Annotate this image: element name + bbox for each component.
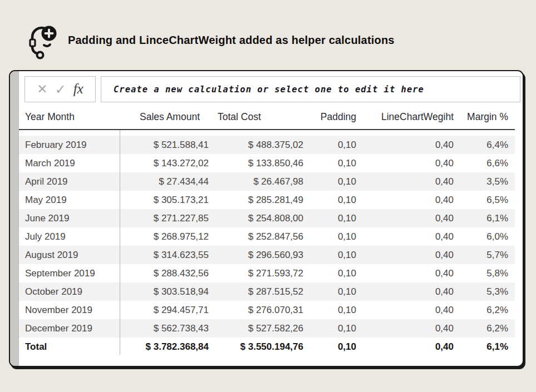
cell-margin: 5,3%: [454, 286, 515, 297]
cell-margin: 3,5%: [454, 176, 515, 187]
column-header-margin[interactable]: Margin %: [454, 111, 515, 123]
cell-total-cost: $ 488.375,02: [209, 140, 303, 151]
cell-padding: 0,10: [303, 176, 356, 187]
cell-padding: 0,10: [303, 323, 356, 334]
cell-margin: 6,5%: [454, 195, 515, 206]
calculations-table: Year Month Sales Amount Total Cost Paddi…: [19, 105, 515, 356]
cell-total-padding: 0,10: [303, 341, 356, 353]
column-divider: [120, 130, 120, 355]
cell-padding: 0,10: [303, 286, 356, 297]
cell-year-month: May 2019: [19, 195, 120, 206]
column-header-total-cost[interactable]: Total Cost: [209, 111, 303, 123]
cell-year-month: September 2019: [19, 268, 120, 279]
column-header-padding[interactable]: Padding: [303, 111, 356, 123]
cell-margin: 6,2%: [454, 323, 515, 334]
cell-total-cost: $ 276.070,31: [209, 305, 303, 316]
table-row[interactable]: March 2019 $ 143.272,02 $ 133.850,46 0,1…: [19, 154, 515, 172]
cell-sales-amount: $ 314.623,55: [120, 250, 209, 261]
table-row[interactable]: December 2019 $ 562.738,43 $ 527.582,26 …: [19, 319, 515, 338]
table-row[interactable]: June 2019 $ 271.227,85 $ 254.808,00 0,10…: [19, 209, 515, 227]
fx-button[interactable]: fx: [73, 82, 83, 97]
cell-margin: 6,6%: [454, 158, 515, 169]
table-row[interactable]: February 2019 $ 521.588,41 $ 488.375,02 …: [19, 136, 515, 154]
cell-total-cost: $ 527.582,26: [209, 323, 303, 334]
cell-year-month: December 2019: [19, 323, 120, 334]
column-header-sales-amount[interactable]: Sales Amount: [120, 111, 209, 123]
cell-padding: 0,10: [303, 195, 356, 206]
cell-sales-amount: $ 271.227,85: [120, 213, 209, 224]
cell-year-month: October 2019: [19, 286, 120, 297]
cell-total-cost: $ 26.467,98: [209, 176, 303, 187]
cell-sales-amount: $ 268.975,12: [120, 231, 209, 242]
cell-margin: 5,8%: [454, 268, 515, 279]
table-row[interactable]: April 2019 $ 27.434,44 $ 26.467,98 0,10 …: [19, 172, 515, 191]
cell-total-cost: $ 285.281,49: [209, 195, 303, 206]
column-header-year-month[interactable]: Year Month: [19, 111, 120, 123]
cell-linechartwegiht: 0,40: [356, 158, 454, 169]
cell-sales-amount: $ 303.518,94: [120, 286, 209, 297]
cell-total-cost: $ 271.593,72: [209, 268, 303, 279]
cell-total-cost: $ 254.808,00: [209, 213, 303, 224]
cell-padding: 0,10: [303, 140, 356, 151]
cell-sales-amount: $ 288.432,56: [120, 268, 209, 279]
cell-padding: 0,10: [303, 158, 356, 169]
cell-linechartwegiht: 0,40: [356, 176, 454, 187]
cell-total-cost: $ 287.515,52: [209, 286, 303, 297]
cell-year-month: March 2019: [19, 158, 120, 169]
cell-margin: 5,7%: [454, 250, 515, 261]
cell-padding: 0,10: [303, 268, 356, 279]
table-row[interactable]: August 2019 $ 314.623,55 $ 296.560,93 0,…: [19, 246, 515, 264]
page-title: Padding and LinceChartWeight added as he…: [68, 34, 395, 47]
cell-sales-amount: $ 562.738,43: [120, 323, 209, 334]
cell-sales-amount: $ 305.173,21: [120, 195, 209, 206]
cell-padding: 0,10: [303, 213, 356, 224]
cell-total-sales-amount: $ 3.782.368,84: [120, 341, 209, 353]
add-calculation-icon: [26, 23, 59, 60]
cell-linechartwegiht: 0,40: [356, 286, 454, 297]
cell-linechartwegiht: 0,40: [356, 231, 454, 242]
cell-padding: 0,10: [303, 250, 356, 261]
accept-button[interactable]: ✓: [55, 83, 66, 96]
cell-total-linechartwegiht: 0,40: [356, 341, 454, 353]
panel-left-gutter: [10, 71, 19, 366]
cell-sales-amount: $ 27.434,44: [120, 176, 209, 187]
cell-total-cost: $ 133.850,46: [209, 158, 303, 169]
cell-linechartwegiht: 0,40: [356, 323, 454, 334]
cell-linechartwegiht: 0,40: [356, 305, 454, 316]
calculation-panel: ✕ ✓ fx Year Month Sales Amount Total Cos…: [9, 70, 524, 367]
cell-margin: 6,4%: [454, 140, 515, 151]
cell-year-month: November 2019: [19, 305, 120, 316]
column-header-linechartwegiht[interactable]: LineChartWegiht: [356, 111, 454, 123]
cell-year-month: April 2019: [19, 176, 120, 187]
formula-input[interactable]: [101, 76, 520, 102]
cell-sales-amount: $ 143.272,02: [120, 158, 209, 169]
screenshot-stage: Padding and LinceChartWeight added as he…: [0, 0, 536, 392]
cell-linechartwegiht: 0,40: [356, 140, 454, 151]
cancel-button[interactable]: ✕: [37, 83, 47, 96]
cell-margin: 6,1%: [454, 213, 515, 224]
cell-year-month: July 2019: [19, 231, 120, 242]
cell-linechartwegiht: 0,40: [356, 195, 454, 206]
table-row[interactable]: November 2019 $ 294.457,71 $ 276.070,31 …: [19, 301, 515, 319]
clipped-row-remnant: [19, 129, 515, 136]
formula-bar-buttons: ✕ ✓ fx: [24, 76, 96, 102]
cell-total-cost: $ 296.560,93: [209, 250, 303, 261]
cell-margin: 6,0%: [454, 231, 515, 242]
cell-year-month: August 2019: [19, 250, 120, 261]
cell-margin: 6,2%: [454, 305, 515, 316]
cell-linechartwegiht: 0,40: [356, 268, 454, 279]
cell-linechartwegiht: 0,40: [356, 250, 454, 261]
cell-total-label: Total: [19, 341, 120, 353]
table-header-row: Year Month Sales Amount Total Cost Paddi…: [19, 105, 515, 129]
cell-total-cost: $ 252.847,56: [209, 231, 303, 242]
cell-sales-amount: $ 521.588,41: [120, 140, 209, 151]
table-row[interactable]: May 2019 $ 305.173,21 $ 285.281,49 0,10 …: [19, 191, 515, 209]
cell-linechartwegiht: 0,40: [356, 213, 454, 224]
table-row[interactable]: October 2019 $ 303.518,94 $ 287.515,52 0…: [19, 282, 515, 301]
cell-sales-amount: $ 294.457,71: [120, 305, 209, 316]
cell-padding: 0,10: [303, 305, 356, 316]
cell-year-month: June 2019: [19, 213, 120, 224]
table-row[interactable]: September 2019 $ 288.432,56 $ 271.593,72…: [19, 264, 515, 282]
table-row[interactable]: July 2019 $ 268.975,12 $ 252.847,56 0,10…: [19, 227, 515, 246]
table-total-row[interactable]: Total $ 3.782.368,84 $ 3.550.194,76 0,10…: [19, 338, 515, 356]
